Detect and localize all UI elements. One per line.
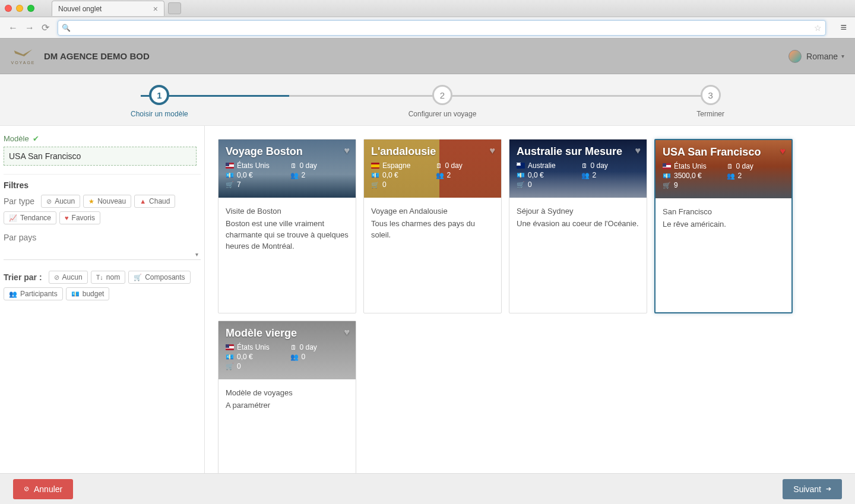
- people-icon: 👥: [290, 353, 299, 361]
- step-2-number: 2: [432, 85, 452, 105]
- model-card[interactable]: USA San Francisco♥États Unis🗓0 day💶3500,…: [654, 139, 793, 313]
- sidebar: Modèle ✔ Filtres Par type ⊘Aucun ★Nouvea…: [0, 126, 205, 483]
- user-name: Romane: [806, 52, 838, 61]
- sort-label: Trier par :: [4, 272, 42, 282]
- model-card[interactable]: L'andalousie♥Espagne🗓0 day💶0,0 €👥2🛒0Voya…: [363, 139, 502, 313]
- step-3[interactable]: 3 Terminer: [696, 85, 724, 118]
- heart-icon[interactable]: ♥: [490, 145, 496, 156]
- sort-chip-budget[interactable]: 💶budget: [66, 287, 110, 300]
- url-input[interactable]: [74, 23, 814, 32]
- browser-tab-title: Nouvel onglet: [58, 5, 102, 13]
- card-desc: Une évasion au coeur de l'Océanie.: [517, 218, 639, 230]
- sort-chip-name[interactable]: T↓nom: [91, 271, 126, 284]
- model-label: Modèle ✔: [4, 134, 201, 143]
- card-cart: 🛒0: [517, 180, 575, 189]
- browser-chrome: Nouvel onglet × ← → ⟳ 🔍 ☆ ≡: [0, 0, 855, 39]
- calendar-icon: 🗓: [436, 162, 442, 169]
- card-desc: Le rêve américain.: [663, 219, 784, 230]
- browser-toolbar: ← → ⟳ 🔍 ☆ ≡: [0, 17, 855, 38]
- step-3-number: 3: [701, 85, 721, 105]
- card-lead: Modèle de voyages: [226, 388, 349, 399]
- card-days: 🗓0 day: [290, 161, 349, 170]
- card-body: Voyage en AndalousieTous les charmes des…: [364, 198, 501, 249]
- window-titlebar: Nouvel onglet ×: [0, 0, 855, 17]
- flag-icon: [226, 344, 234, 350]
- calendar-icon: 🗓: [290, 344, 297, 351]
- app-header: VOYAGE DM AGENCE DEMO BOD Romane ▾: [0, 39, 855, 74]
- money-icon: 💶: [663, 172, 671, 180]
- filter-chip-new[interactable]: ★Nouveau: [83, 195, 131, 208]
- browser-menu-icon[interactable]: ≡: [837, 21, 850, 34]
- card-header: Australie sur Mesure♥Australie🗓0 day💶0,0…: [509, 140, 647, 198]
- card-header: USA San Francisco♥États Unis🗓0 day💶3500,…: [656, 140, 791, 198]
- flag-icon: [226, 163, 234, 169]
- people-icon: 👥: [436, 172, 444, 179]
- filter-chip-hot[interactable]: ▲Chaud: [134, 195, 175, 208]
- window-minimize-button[interactable]: [16, 5, 23, 12]
- card-country: Australie: [517, 161, 575, 170]
- calendar-icon: 🗓: [581, 162, 588, 169]
- app-logo: VOYAGE: [11, 44, 36, 69]
- footer: ⊘ Annuler Suivant ➔: [0, 473, 855, 504]
- logo-text: VOYAGE: [11, 61, 35, 65]
- filter-chip-none[interactable]: ⊘Aucun: [41, 195, 80, 208]
- tab-close-icon[interactable]: ×: [153, 4, 158, 14]
- model-card[interactable]: Voyage Boston♥États Unis🗓0 day💶0,0 €👥2🛒7…: [218, 139, 356, 313]
- cart-icon: 🛒: [517, 181, 525, 189]
- agency-name: DM AGENCE DEMO BOD: [44, 51, 150, 61]
- bookmark-star-icon[interactable]: ☆: [814, 23, 822, 33]
- model-input[interactable]: [4, 147, 197, 166]
- reload-icon[interactable]: ⟳: [38, 22, 53, 33]
- sort-chip-participants[interactable]: 👥Participants: [4, 287, 63, 300]
- browser-tab[interactable]: Nouvel onglet ×: [52, 1, 164, 16]
- card-price: 💶0,0 €: [517, 171, 575, 179]
- step-2[interactable]: 2 Configurer un voyage: [408, 85, 477, 118]
- back-icon[interactable]: ←: [5, 23, 21, 33]
- heart-icon[interactable]: ♥: [635, 145, 641, 156]
- card-body: Modèle de voyagesA paramétrer: [218, 379, 356, 420]
- chevron-down-icon: ▾: [841, 53, 844, 59]
- card-country: États Unis: [226, 343, 284, 351]
- card-people: 👥2: [727, 172, 785, 180]
- cart-icon: 🛒: [226, 363, 234, 370]
- content-area: Voyage Boston♥États Unis🗓0 day💶0,0 €👥2🛒7…: [205, 126, 855, 483]
- card-lead: San Francisco: [663, 207, 784, 218]
- ban-icon: ⊘: [24, 485, 29, 493]
- cancel-button[interactable]: ⊘ Annuler: [13, 479, 73, 499]
- card-desc: Tous les charmes des pays du soleil.: [371, 218, 494, 241]
- step-1[interactable]: 1 Choisir un modèle: [131, 85, 188, 118]
- cart-icon: 🛒: [371, 181, 379, 189]
- flag-icon: [517, 163, 525, 169]
- heart-icon[interactable]: ♥: [344, 145, 350, 156]
- filter-chip-trend[interactable]: 📈Tendance: [4, 211, 56, 224]
- heart-icon[interactable]: ♥: [780, 146, 786, 157]
- flag-icon: [663, 163, 671, 169]
- new-tab-button[interactable]: [168, 2, 181, 14]
- card-price: 💶0,0 €: [371, 171, 430, 179]
- forward-icon[interactable]: →: [21, 23, 38, 33]
- model-card[interactable]: Modèle vierge♥États Unis🗓0 day💶0,0 €👥0🛒0…: [218, 321, 356, 483]
- step-1-number: 1: [149, 85, 169, 105]
- sort-chip-components[interactable]: 🛒Composants: [128, 271, 190, 284]
- step-3-label: Terminer: [696, 110, 724, 118]
- window-close-button[interactable]: [5, 5, 12, 12]
- filter-chip-fav[interactable]: ♥Favoris: [59, 211, 100, 224]
- card-header: Voyage Boston♥États Unis🗓0 day💶0,0 €👥2🛒7: [218, 140, 356, 198]
- heart-icon[interactable]: ♥: [344, 327, 350, 338]
- people-icon: 👥: [290, 172, 299, 179]
- user-menu[interactable]: Romane ▾: [788, 50, 844, 63]
- card-body: Séjour à SydneyUne évasion au coeur de l…: [509, 198, 647, 238]
- card-lead: Visite de Boston: [226, 206, 349, 217]
- url-bar[interactable]: 🔍 ☆: [58, 20, 826, 36]
- card-country: États Unis: [226, 161, 284, 170]
- card-body: Visite de BostonBoston est une ville vra…: [218, 198, 356, 260]
- card-country: Espagne: [371, 161, 430, 170]
- model-card[interactable]: Australie sur Mesure♥Australie🗓0 day💶0,0…: [509, 139, 647, 313]
- search-icon: 🔍: [62, 24, 71, 32]
- window-maximize-button[interactable]: [27, 5, 34, 12]
- sort-chip-none[interactable]: ⊘Aucun: [49, 271, 88, 284]
- card-cart: 🛒0: [371, 180, 430, 189]
- card-lead: Voyage en Andalousie: [371, 206, 494, 217]
- next-button[interactable]: Suivant ➔: [783, 479, 842, 499]
- country-select[interactable]: [4, 243, 201, 260]
